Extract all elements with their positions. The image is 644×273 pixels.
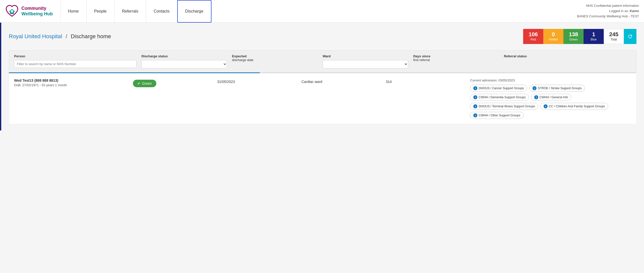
person-search-input[interactable] bbox=[14, 60, 136, 68]
ward-label: Ward bbox=[323, 54, 408, 58]
referral-tags: iDHOUS / Cancer Support GroupsiSTROK / S… bbox=[470, 85, 631, 119]
filter-cols: Person Discharge status Green Amber Red … bbox=[14, 54, 631, 68]
referral-tag-label: DHOUS / Terminal Illness Support Groups bbox=[479, 105, 535, 108]
stat-total-num: 245 bbox=[609, 32, 619, 37]
referral-tag[interactable]: iCWHH / Dementia Support Groups bbox=[470, 94, 529, 101]
ward-select[interactable]: Cardiac ward bbox=[323, 60, 408, 68]
nav-contacts[interactable]: Contacts bbox=[146, 0, 177, 23]
logged-in-info: Logged in as: Karen bbox=[563, 9, 639, 14]
referral-tag[interactable]: iCC / Children And Family Support Groups bbox=[540, 103, 608, 110]
expected-date-cell: 31/05/2023 bbox=[217, 78, 302, 84]
logo-text: Community Wellbeing Hub bbox=[21, 6, 53, 17]
person-label: Person bbox=[14, 54, 136, 58]
info-icon: i bbox=[544, 104, 548, 108]
info-icon: i bbox=[473, 95, 477, 99]
table-row: Wed Test13 (888 888 8813) DoB: 27/02/197… bbox=[9, 73, 636, 124]
days-since-cell: 314 bbox=[386, 78, 470, 84]
discharge-status-badge[interactable]: ✔ Green bbox=[133, 80, 156, 87]
referral-tag-label: DHOUS / Cancer Support Groups bbox=[479, 86, 524, 90]
referral-status-cell: Current admission: 03/05/2023 iDHOUS / C… bbox=[470, 78, 631, 119]
discharge-status-value: Green bbox=[142, 81, 152, 85]
info-icon: i bbox=[473, 104, 477, 108]
stat-red-num: 106 bbox=[529, 32, 538, 37]
stat-green-label: Green bbox=[569, 38, 578, 41]
header: Community Wellbeing Hub Home People Refe… bbox=[0, 0, 644, 23]
referral-tag[interactable]: iCWHH / General Info bbox=[531, 94, 571, 101]
stat-amber: 0 Amber bbox=[543, 29, 563, 44]
org-text: BANES Community Wellbeing Hub - TEST bbox=[563, 14, 639, 19]
referral-tag-label: CWHH / Other Support Groups bbox=[479, 114, 520, 117]
nav-discharge[interactable]: Discharge bbox=[177, 0, 211, 23]
nav-people[interactable]: People bbox=[86, 0, 115, 23]
stat-amber-num: 0 bbox=[552, 32, 555, 37]
info-icon: i bbox=[532, 86, 536, 90]
logo-line2: Wellbeing Hub bbox=[21, 11, 53, 17]
discharge-status-label: Discharge status bbox=[141, 54, 227, 58]
referral-status-label: Referral status bbox=[504, 54, 626, 58]
stat-total-label: Total bbox=[611, 38, 617, 41]
expected-discharge-label: Expected discharge date bbox=[232, 54, 318, 62]
stat-blue-num: 1 bbox=[592, 32, 595, 37]
nav-referrals[interactable]: Referrals bbox=[114, 0, 146, 23]
stat-total: 245 Total bbox=[604, 29, 624, 44]
filter-expected-col: Expected discharge date bbox=[232, 54, 323, 64]
referral-tag-label: CWHH / General Info bbox=[540, 96, 568, 99]
filter-ward-col: Ward Cardiac ward bbox=[323, 54, 413, 68]
nav-home[interactable]: Home bbox=[60, 0, 87, 23]
referral-tag-label: STROK / Stroke Support Groups bbox=[538, 86, 582, 90]
discharge-date-value: 31/05/2023 bbox=[217, 78, 298, 84]
username: Karen bbox=[630, 9, 639, 13]
filter-table: Person Discharge status Green Amber Red … bbox=[9, 50, 636, 72]
person-cell: Wed Test13 (888 888 8813) DoB: 27/02/197… bbox=[14, 78, 133, 87]
days-count-value: 314 bbox=[386, 78, 466, 84]
info-icon: i bbox=[473, 113, 477, 117]
days-label: Days since first referral bbox=[413, 54, 499, 62]
admission-date: Current admission: 03/05/2023 bbox=[470, 78, 631, 82]
referral-tag-label: CC / Children And Family Support Groups bbox=[549, 105, 605, 108]
stat-red: 106 Red bbox=[523, 29, 543, 44]
title-row: Royal United Hospital / Discharge home 1… bbox=[9, 29, 636, 44]
stat-green-num: 138 bbox=[569, 32, 578, 37]
stat-amber-label: Amber bbox=[549, 38, 558, 41]
stat-green: 138 Green bbox=[563, 29, 584, 44]
referral-tag[interactable]: iCWHH / Other Support Groups bbox=[470, 112, 523, 119]
title-separator: / bbox=[64, 33, 69, 39]
info-icon: i bbox=[534, 95, 538, 99]
referral-tag[interactable]: iSTROK / Stroke Support Groups bbox=[529, 85, 585, 92]
person-name[interactable]: Wed Test13 (888 888 8813) bbox=[14, 78, 129, 82]
ward-name-value: Cardiac ward bbox=[302, 78, 382, 84]
main-nav: Home People Referrals Contacts Discharge bbox=[60, 0, 563, 22]
stats-row: 106 Red 0 Amber 138 Green 1 Blue 245 Tot… bbox=[523, 29, 636, 44]
logo-line1: Community bbox=[21, 6, 53, 11]
check-icon: ✔ bbox=[137, 81, 140, 85]
filter-person-col: Person bbox=[14, 54, 141, 68]
discharge-status-select[interactable]: Green Amber Red Blue bbox=[141, 60, 227, 68]
stat-blue-label: Blue bbox=[591, 38, 597, 41]
refresh-button[interactable] bbox=[624, 29, 636, 44]
hospital-link[interactable]: Royal United Hospital bbox=[9, 33, 62, 39]
page-title: Royal United Hospital / Discharge home bbox=[9, 33, 111, 40]
header-right: NHS Confidential patient information Log… bbox=[563, 3, 639, 19]
referral-tag[interactable]: iDHOUS / Cancer Support Groups bbox=[470, 85, 527, 92]
referral-tag[interactable]: iDHOUS / Terminal Illness Support Groups bbox=[470, 103, 538, 110]
logo-area: Community Wellbeing Hub bbox=[5, 4, 60, 18]
stat-blue: 1 Blue bbox=[584, 29, 604, 44]
filter-discharge-col: Discharge status Green Amber Red Blue bbox=[141, 54, 232, 68]
filter-referral-col: Referral status bbox=[504, 54, 631, 60]
refresh-icon bbox=[627, 34, 633, 39]
filter-days-col: Days since first referral bbox=[413, 54, 504, 64]
main-panel: Royal United Hospital / Discharge home 1… bbox=[0, 23, 644, 130]
logged-in-prefix: Logged in as: bbox=[609, 9, 630, 13]
page-subtitle: Discharge home bbox=[71, 33, 111, 39]
logo-icon bbox=[5, 4, 19, 18]
info-icon: i bbox=[473, 86, 477, 90]
discharge-status-cell: ✔ Green bbox=[133, 78, 217, 87]
confidential-text: NHS Confidential patient information bbox=[563, 3, 639, 9]
person-dob: DoB: 27/02/1971 - 53 years 1 month bbox=[14, 83, 129, 87]
referral-tag-label: CWHH / Dementia Support Groups bbox=[479, 96, 526, 99]
ward-cell: Cardiac ward bbox=[302, 78, 386, 84]
stat-red-label: Red bbox=[530, 38, 536, 41]
